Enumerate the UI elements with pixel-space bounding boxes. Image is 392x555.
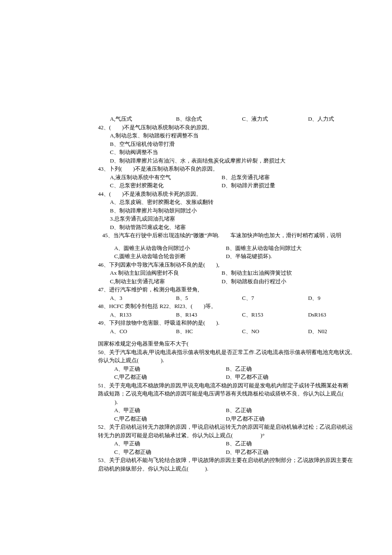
q48-option-a: A、R133 (110, 311, 176, 319)
question-49: 49、下列排放物中危害眼、呼吸道和肺的是( ). (98, 319, 383, 327)
content-block: A,气压式 B、综合式 C、液力式 D、人力式 42、( )不是气压制动系统制动… (98, 115, 383, 473)
question-50: 50、关于汽车电流表,甲说电流表指示值表明发电机是否正常工作.乙说电流表指示值表… (98, 348, 383, 357)
question-53-l1: 53、关于启动机不能与飞轮结合故障，甲说故障的原因主要在启动机的控制部分；乙说故… (98, 456, 383, 465)
q49-options: A、CO B、HC C、NO D、N02 (110, 327, 383, 336)
q51-row2: C,甲乙都正确 D,甲乙都不正确 (114, 415, 383, 423)
q52-option-d: D、甲乙都不正确 (226, 448, 354, 456)
q47-option-c: C、7 (242, 294, 308, 302)
q47-option-d: D、9 (308, 294, 374, 302)
q46-option-b: B、制动主缸出油阀弹簧过软 (222, 269, 349, 277)
q52-row2: C、甲乙都正确 D、甲乙都不正确 (114, 448, 383, 456)
question-53-l2: 启动机的操纵部分。你认为以上观点( ). (98, 465, 383, 473)
question-47: 47、进行汽车维护前，检测分电器重登角, (98, 285, 383, 294)
page: A,气压式 B、综合式 C、液力式 D、人力式 42、( )不是气压制动系统制动… (0, 0, 392, 555)
q50-row1: A、甲正确 B、乙正确 (114, 365, 383, 373)
q45-option-a: A、圆锥主从动齿嗨合间隙过小 (114, 244, 226, 253)
q52-option-a: A、甲正确 (114, 439, 226, 448)
q48-option-c: C、R153 (242, 311, 308, 319)
q43-option-c: C、总泵密封胶圈老化 (110, 181, 222, 190)
q51-option-b: B、乙正确 (226, 406, 354, 415)
q51-option-c: C,甲乙都正确 (114, 415, 226, 423)
q50-row2: C,甲乙都正确 D、甲乙都不正确 (114, 373, 383, 381)
q50-option-c: C,甲乙都正确 (114, 373, 226, 381)
q43-option-d: D、制动蹄片磨损过量 (222, 181, 349, 190)
q47-option-a: A、3 (110, 294, 176, 302)
q43-option-b: B、总泵旁通孔堵塞 (222, 173, 349, 182)
q44-option-d: D、制动管路凹瘪或老化、堵塞 (110, 223, 383, 232)
q43-row2: C、总泵密封胶圈老化 D、制动蹄片磨损过量 (110, 181, 383, 190)
q45-option-d: D、半轴花键损坏). (226, 252, 354, 261)
q42-option-c: C、制动阀调整不当 (110, 148, 383, 157)
q45-row1: A、圆锥主从动齿嗨合间隙过小 B、圆锥主从动齿啮合间隙过大 (114, 244, 383, 253)
q49-option-c: C、NO (242, 327, 308, 336)
q46-option-a: Ax 制动主缸回油阀密封不良 (110, 269, 222, 277)
option-d: D、人力式 (308, 115, 374, 123)
question-44: 44、( )不是液质制动系统卡死的原因。 (98, 190, 383, 198)
q51-row1: A、甲正确 B、乙正确 (114, 406, 383, 415)
option-b: B、综合式 (176, 115, 242, 123)
question-50-cont: 你认为以上观点( ). (98, 356, 383, 365)
q50-option-a: A、甲正确 (114, 365, 226, 373)
q47-options: A、3 B、5 C、7 D、9 (110, 294, 383, 302)
question-43: 43、卜列( )不是液压制动系制动不良的原因。 (98, 165, 383, 173)
q48-option-b: B、R143 (176, 311, 242, 319)
q48-options: A、R133 B、R143 C、R153 DsR163 (110, 311, 383, 319)
q48-option-d: DsR163 (308, 311, 374, 319)
q46-row2: C,制动主缸旁通孔堵塞 D、制动踏板自由行程过小 (110, 277, 383, 286)
q51-option-a: A、甲正确 (114, 406, 226, 415)
question-52-l2: 转无力的原因可能是启动机轴承过紧。你认为以上观点( )° (98, 431, 383, 440)
q44-option-c: 3.总泵旁通孔或回油孔堵塞 (110, 215, 383, 223)
q52-option-b: B、乙正确 (226, 439, 354, 448)
q49-option-a: A、CO (110, 327, 176, 336)
q49-option-d: D、N02 (308, 327, 374, 336)
option-row: A,气压式 B、综合式 C、液力式 D、人力式 (110, 115, 383, 123)
q52-option-c: C、甲乙都正确 (114, 448, 226, 456)
question-51-l2: 路或短路；乙说充电电流不稳的原因可能是电压调节器有关线路板松动或搭铁不良。你认为… (98, 389, 383, 398)
q45-option-b: B、圆锥主从动齿啮合间隙过大 (226, 244, 354, 253)
q50-option-b: B、乙正确 (226, 365, 354, 373)
q42-option-a: A,制动总泵、制动踏板行程调整不当 (110, 131, 383, 140)
question-48: 48、HCFC 类制冷剂包括 R22、Rl23、( )等。 (98, 302, 383, 311)
q42-option-d: D、制动蹄摩擦片沾有油污、水，表面结焦炭化或摩擦片碎裂，磨损过大 (110, 157, 383, 165)
question-42: 42、( )不是气压制动系统制动不良的原因。 (98, 123, 383, 132)
q47-option-b: B、5 (176, 294, 242, 302)
q52-row1: A、甲正确 B、乙正确 (114, 439, 383, 448)
q44-option-b: B、制动蹄摩擦片与制动鼓间隙过小 (110, 206, 383, 215)
statement-50a: 国家标准规定分电器重登角应不大于( (98, 340, 383, 348)
option-a: A,气压式 (110, 115, 176, 123)
q49-option-b: B、HC (176, 327, 242, 336)
option-c: C、液力式 (242, 115, 308, 123)
q46-option-d: D、制动踏板自由行程过小 (222, 277, 349, 286)
q43-option-a: A,液压制动系统中有空气 (110, 173, 222, 182)
q43-row1: A,液压制动系统中有空气 B、总泵旁通孔堵塞 (110, 173, 383, 182)
question-52-l1: 52、关于启动机运转无力故障的原因，甲说启动机运转无力的原因可能是启动机轴承过松… (98, 423, 383, 431)
q45-option-c: C,圆锥主从动齿啮合轮齿折断 (114, 252, 226, 261)
question-46: 46、下列因素中导致汽车液压制动不良的是( ), (98, 261, 383, 269)
question-51-l1: 51、关于充电电流不稳故障的原因,甲说充电电流不稳的原因可能是发电机内部定子或转… (98, 381, 383, 390)
question-45: 45、当汽车在行驶中后桥出现连续的“嗷嗷”声响. 车速加快声响也加大，滑行时稍冇… (102, 231, 383, 240)
q46-row1: Ax 制动主缸回油阀密封不良 B、制动主缸出油阀弹簧过软 (110, 269, 383, 277)
q45-row2: C,圆锥主从动齿啮合轮齿折断 D、半轴花键损坏). (114, 252, 383, 261)
q46-option-c: C,制动主缸旁通孔堵塞 (110, 277, 222, 286)
q51-option-d: D,甲乙都不正确 (226, 415, 354, 423)
q50-option-d: D、甲乙都不正确 (226, 373, 354, 381)
q42-option-b: B、空气压缩机传动带打滑 (110, 140, 383, 148)
question-51-l3: ). (98, 398, 383, 407)
q44-option-a: A、总泵皮碗、密封胶圈老化、发胀或翻转 (110, 198, 383, 206)
